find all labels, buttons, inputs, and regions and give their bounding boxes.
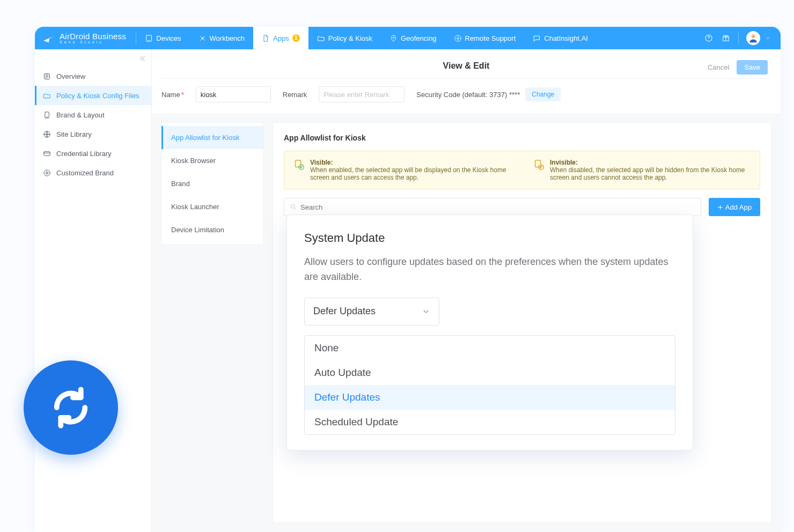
search-input-wrapper[interactable] (284, 198, 701, 216)
nav-chatinsight-label: ChatInsight.AI (544, 34, 588, 42)
folder-icon (317, 34, 325, 42)
subnav-launcher[interactable]: Kiosk Launcher (161, 195, 263, 218)
gift-icon[interactable] (721, 33, 731, 43)
search-input[interactable] (300, 203, 695, 211)
customized-brand-icon (42, 168, 51, 177)
workbench-icon (198, 34, 207, 42)
security-code-label: Security Code (default: 3737) **** (416, 91, 520, 99)
popover-desc: Allow users to configure updates based o… (304, 255, 675, 285)
sidebar-item-label: Site Library (56, 130, 92, 138)
apps-icon (262, 34, 270, 42)
nav-devices-label: Devices (156, 34, 181, 42)
update-mode-select[interactable]: Defer Updates (304, 298, 439, 326)
sidebar-item-label: Overview (56, 72, 85, 80)
svg-rect-17 (296, 160, 301, 167)
sidebar-item-brand-layout[interactable]: Brand & Layout (35, 105, 151, 124)
page-title: View & Edit (443, 61, 490, 71)
nav-workbench[interactable]: Workbench (190, 27, 254, 49)
name-input[interactable] (196, 86, 271, 102)
nav-chatinsight[interactable]: ChatInsight.AI (524, 27, 597, 49)
sidebar-item-site-library[interactable]: Site Library (35, 124, 151, 144)
option-defer-updates[interactable]: Defer Updates (305, 385, 675, 410)
nav-remote-support[interactable]: Remote Support (445, 27, 525, 49)
geofencing-icon (389, 34, 398, 42)
nav-apps-label: Apps (273, 34, 289, 42)
nav-policy-kiosk[interactable]: Policy & Kiosk (308, 27, 381, 49)
brand-layout-icon (42, 110, 51, 119)
svg-point-9 (752, 34, 755, 38)
overview-icon (42, 72, 51, 80)
support-icon (454, 34, 462, 42)
sidebar-item-label: Customized Brand (56, 169, 114, 177)
svg-point-5 (457, 37, 459, 39)
apps-badge: 1 (292, 34, 300, 42)
page-header: View & Edit Cancel Save (152, 49, 781, 78)
add-app-label: Add App (725, 203, 752, 211)
avatar-icon (748, 33, 759, 43)
remark-label: Remark (283, 91, 307, 99)
plus-icon (717, 204, 723, 210)
svg-rect-14 (43, 151, 49, 156)
sidebar-item-customized-brand[interactable]: Customized Brand (35, 163, 151, 182)
user-avatar[interactable] (746, 31, 760, 45)
update-mode-options: None Auto Update Defer Updates Scheduled… (304, 335, 675, 435)
svg-point-4 (454, 35, 460, 41)
svg-point-7 (709, 40, 709, 40)
remark-input[interactable] (319, 86, 405, 102)
visible-title: Visible: (310, 159, 333, 166)
brand-name: AirDroid Business (60, 32, 126, 40)
visible-desc: When enabled, the selected app will be d… (310, 166, 506, 181)
nav-geofencing[interactable]: Geofencing (381, 27, 445, 49)
sidebar-collapse-icon[interactable] (138, 55, 146, 64)
subnav-brand[interactable]: Brand (161, 172, 263, 195)
topbar-right (704, 27, 781, 49)
name-label: Name* (161, 91, 184, 99)
subnav-allowlist[interactable]: App Allowlist for Kiosk (161, 126, 263, 149)
invisible-icon (533, 159, 545, 171)
save-button[interactable]: Save (737, 60, 768, 75)
sync-badge (24, 360, 118, 455)
chevron-down-icon (422, 307, 430, 316)
add-app-button[interactable]: Add App (709, 198, 760, 216)
subnav: App Allowlist for Kiosk Kiosk Browser Br… (161, 123, 263, 245)
sidebar-item-label: Credential Library (56, 150, 112, 158)
divider (738, 32, 739, 44)
cancel-button[interactable]: Cancel (708, 63, 729, 71)
change-button[interactable]: Change (525, 87, 561, 101)
subnav-browser[interactable]: Kiosk Browser (161, 149, 263, 172)
invisible-title: Invisible: (550, 159, 578, 166)
policy-files-icon (42, 91, 51, 100)
nav-apps[interactable]: Apps 1 (253, 27, 308, 49)
svg-point-22 (291, 204, 295, 208)
sidebar-item-credential-library[interactable]: Credential Library (35, 144, 151, 163)
help-icon[interactable] (704, 33, 714, 43)
select-value: Defer Updates (313, 306, 376, 317)
nav-geofencing-label: Geofencing (401, 34, 437, 42)
sidebar-item-policy-files[interactable]: Policy & Kiosk Config Files (35, 86, 151, 105)
topbar: AirDroid Business Sand Studio Devices Wo… (35, 27, 781, 49)
brand-logo-icon (42, 32, 55, 45)
svg-line-23 (295, 208, 296, 210)
sidebar: Overview Policy & Kiosk Config Files Bra… (35, 49, 152, 532)
visible-icon (293, 159, 305, 171)
devices-icon (145, 34, 153, 42)
option-auto-update[interactable]: Auto Update (305, 360, 675, 385)
option-scheduled-update[interactable]: Scheduled Update (305, 410, 675, 434)
svg-rect-19 (535, 160, 541, 167)
credential-icon (42, 149, 51, 158)
option-none[interactable]: None (305, 336, 675, 360)
brand-tagline: Sand Studio (60, 40, 126, 44)
nav-policy-label: Policy & Kiosk (328, 34, 372, 42)
brand: AirDroid Business Sand Studio (35, 27, 136, 49)
form-row: Name* Remark Security Code (default: 373… (152, 79, 781, 113)
globe-icon (42, 130, 51, 138)
popover-title: System Update (304, 231, 675, 245)
search-icon (290, 203, 297, 211)
topnav: Devices Workbench Apps 1 Policy & Kiosk … (136, 27, 597, 49)
nav-devices[interactable]: Devices (136, 27, 189, 49)
panel-title: App Allowlist for Kiosk (284, 134, 760, 142)
chat-icon (533, 34, 541, 42)
chevron-down-icon[interactable] (764, 35, 771, 41)
sidebar-item-overview[interactable]: Overview (35, 66, 151, 86)
subnav-limitation[interactable]: Device Limitation (161, 218, 263, 241)
